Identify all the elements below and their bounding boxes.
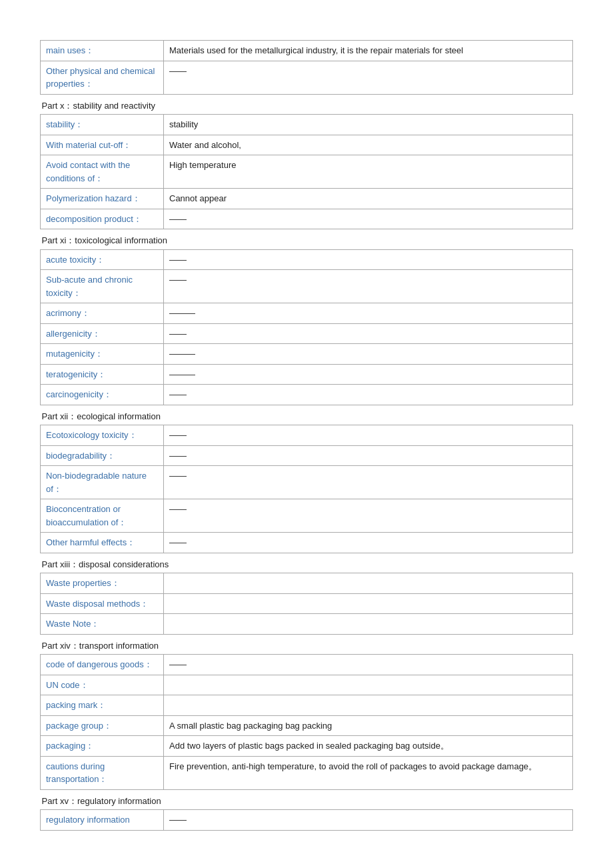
table-row: Waste disposal methods：: [41, 593, 573, 614]
table-row: Sub-acute and chronic toxicity：——: [41, 270, 573, 303]
table-row: acrimony：———: [41, 303, 573, 324]
value-cell: Fire prevention, anti-high temperature, …: [164, 756, 573, 789]
label-cell: stability：: [41, 115, 164, 135]
table-row: Avoid contact with the conditions of：Hig…: [41, 155, 573, 189]
table-row: Other physical and chemical properties：—…: [41, 61, 573, 94]
label-cell: With material cut-off：: [41, 135, 164, 155]
label-cell: Non-biodegradable nature of：: [41, 466, 164, 499]
section-header: Part x：stability and reactivity: [41, 94, 573, 115]
label-cell: carcinogenicity：: [41, 385, 164, 405]
value-cell: ——: [164, 209, 573, 229]
value-cell: Water and alcohol,: [164, 135, 573, 155]
main-content-table: main uses：Materials used for the metallu…: [40, 40, 573, 831]
value-cell: Materials used for the metallurgical ind…: [164, 41, 573, 61]
label-cell: main uses：: [41, 41, 164, 61]
table-row: UN code：: [41, 675, 573, 695]
value-cell: ——: [164, 533, 573, 553]
label-cell: Other physical and chemical properties：: [41, 61, 164, 94]
value-cell: ———: [164, 303, 573, 324]
table-row: decomposition product：——: [41, 209, 573, 229]
table-row: Non-biodegradable nature of：——: [41, 466, 573, 499]
table-row: main uses：Materials used for the metallu…: [41, 41, 573, 61]
section-header: Part xiii：disposal considerations: [41, 553, 573, 573]
label-cell: regulatory information: [41, 810, 164, 831]
table-row: packing mark：: [41, 695, 573, 716]
value-cell: ——: [164, 249, 573, 270]
table-row: acute toxicity：——: [41, 249, 573, 270]
table-row: regulatory information——: [41, 810, 573, 831]
label-cell: Waste disposal methods：: [41, 593, 164, 614]
value-cell: ———: [164, 364, 573, 385]
label-cell: packing mark：: [41, 695, 164, 716]
value-cell: ——: [164, 425, 573, 446]
label-cell: cautions during transportation：: [41, 756, 164, 789]
table-row: code of dangerous goods：——: [41, 655, 573, 675]
table-row: mutagenicity：———: [41, 344, 573, 365]
label-cell: decomposition product：: [41, 209, 164, 229]
value-cell: [164, 593, 573, 614]
table-row: packaging：Add two layers of plastic bags…: [41, 736, 573, 757]
label-cell: teratogenicity：: [41, 364, 164, 385]
section-header: Part xiv：transport information: [41, 634, 573, 655]
label-cell: Bioconcentration or bioaccumulation of：: [41, 499, 164, 533]
label-cell: Other harmful effects：: [41, 533, 164, 553]
value-cell: ——: [164, 810, 573, 831]
label-cell: biodegradability：: [41, 445, 164, 466]
value-cell: ——: [164, 445, 573, 466]
value-cell: A small plastic bag packaging bag packin…: [164, 715, 573, 736]
table-row: carcinogenicity：——: [41, 385, 573, 405]
label-cell: Sub-acute and chronic toxicity：: [41, 270, 164, 303]
label-cell: mutagenicity：: [41, 344, 164, 365]
value-cell: [164, 675, 573, 695]
value-cell: ——: [164, 61, 573, 94]
label-cell: Waste properties：: [41, 573, 164, 594]
value-cell: ——: [164, 499, 573, 533]
section-header: Part xi：toxicological information: [41, 229, 573, 250]
table-row: allergenicity：——: [41, 323, 573, 344]
table-row: Polymerization hazard：Cannot appear: [41, 189, 573, 209]
value-cell: Cannot appear: [164, 189, 573, 209]
label-cell: code of dangerous goods：: [41, 655, 164, 675]
value-cell: [164, 614, 573, 635]
label-cell: Ecotoxicology toxicity：: [41, 425, 164, 446]
value-cell: Add two layers of plastic bags packed in…: [164, 736, 573, 757]
label-cell: Waste Note：: [41, 614, 164, 635]
value-cell: stability: [164, 115, 573, 135]
label-cell: allergenicity：: [41, 323, 164, 344]
value-cell: ——: [164, 655, 573, 675]
value-cell: [164, 573, 573, 594]
label-cell: Polymerization hazard：: [41, 189, 164, 209]
table-row: biodegradability：——: [41, 445, 573, 466]
table-row: Ecotoxicology toxicity：——: [41, 425, 573, 446]
value-cell: High temperature: [164, 155, 573, 189]
label-cell: acute toxicity：: [41, 249, 164, 270]
table-row: Other harmful effects：——: [41, 533, 573, 553]
value-cell: ——: [164, 385, 573, 405]
table-row: Bioconcentration or bioaccumulation of：—…: [41, 499, 573, 533]
table-row: With material cut-off：Water and alcohol,: [41, 135, 573, 155]
table-row: Waste Note：: [41, 614, 573, 635]
label-cell: packaging：: [41, 736, 164, 757]
table-row: package group：A small plastic bag packag…: [41, 715, 573, 736]
value-cell: ——: [164, 466, 573, 499]
section-header: Part xii：ecological information: [41, 405, 573, 425]
value-cell: ——: [164, 323, 573, 344]
value-cell: [164, 695, 573, 716]
table-row: cautions during transportation：Fire prev…: [41, 756, 573, 789]
label-cell: Avoid contact with the conditions of：: [41, 155, 164, 189]
section-header: Part xv：regulatory information: [41, 789, 573, 810]
table-row: teratogenicity：———: [41, 364, 573, 385]
label-cell: package group：: [41, 715, 164, 736]
value-cell: ——: [164, 270, 573, 303]
table-row: stability：stability: [41, 115, 573, 135]
value-cell: ———: [164, 344, 573, 365]
label-cell: acrimony：: [41, 303, 164, 324]
label-cell: UN code：: [41, 675, 164, 695]
table-row: Waste properties：: [41, 573, 573, 594]
